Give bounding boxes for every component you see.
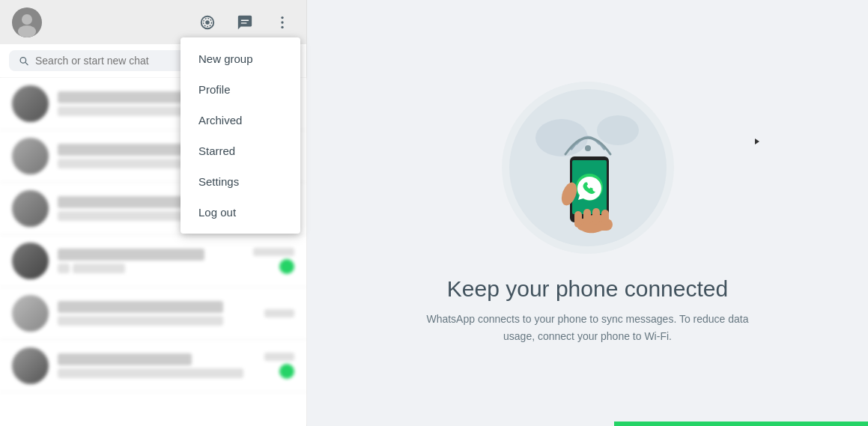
list-item[interactable] (0, 340, 306, 392)
right-panel: Keep your phone connected WhatsApp conne… (307, 0, 868, 426)
svg-point-6 (281, 16, 283, 18)
welcome-text: Keep your phone connected WhatsApp conne… (416, 276, 760, 344)
more-options-button[interactable] (270, 10, 294, 34)
chat-preview (58, 316, 223, 326)
list-item[interactable] (0, 235, 306, 287)
context-menu: New group Profile Archived Starred Setti… (180, 37, 300, 234)
bottom-bar (614, 422, 868, 426)
chat-header: New group Profile Archived Starred Setti… (0, 0, 306, 44)
cursor-pointer (755, 139, 759, 144)
welcome-description: WhatsApp connects to your phone to sync … (416, 311, 760, 344)
welcome-illustration (502, 82, 674, 254)
avatar (12, 190, 49, 227)
header-icons (195, 10, 294, 34)
svg-point-10 (535, 119, 588, 156)
list-item[interactable] (0, 287, 306, 340)
new-chat-icon-btn[interactable] (233, 10, 257, 34)
chat-name (58, 301, 223, 313)
svg-rect-21 (592, 208, 600, 225)
avatar (12, 347, 49, 384)
unread-badge (279, 364, 294, 379)
svg-point-8 (281, 25, 283, 28)
svg-point-11 (597, 115, 639, 145)
svg-point-12 (585, 145, 591, 151)
chat-preview (58, 368, 243, 378)
svg-point-2 (18, 25, 36, 37)
avatar (12, 295, 49, 332)
chat-time (264, 309, 294, 317)
chat-name (58, 249, 204, 261)
svg-point-4 (205, 20, 210, 25)
welcome-title: Keep your phone connected (416, 276, 760, 302)
chat-time (264, 353, 294, 361)
menu-item-new-group[interactable]: New group (180, 43, 300, 74)
svg-rect-22 (601, 210, 609, 225)
left-panel: New group Profile Archived Starred Setti… (0, 0, 307, 426)
chat-name (58, 353, 192, 365)
menu-item-settings[interactable]: Settings (180, 166, 300, 197)
menu-item-starred[interactable]: Starred (180, 136, 300, 166)
menu-item-logout[interactable]: Log out (180, 197, 300, 228)
avatar (12, 85, 49, 122)
unread-badge (279, 259, 294, 274)
menu-item-archived[interactable]: Archived (180, 105, 300, 136)
chat-preview (58, 159, 182, 168)
svg-point-7 (281, 21, 283, 23)
svg-rect-19 (574, 211, 582, 228)
status-icon-btn[interactable] (195, 10, 219, 34)
avatar (12, 243, 49, 279)
chat-preview (58, 264, 234, 273)
menu-item-profile[interactable]: Profile (180, 74, 300, 105)
chat-time (253, 248, 294, 256)
svg-rect-20 (583, 209, 591, 225)
search-icon (18, 55, 29, 67)
avatar (12, 138, 49, 174)
user-avatar[interactable] (12, 7, 42, 37)
svg-point-1 (22, 14, 32, 25)
